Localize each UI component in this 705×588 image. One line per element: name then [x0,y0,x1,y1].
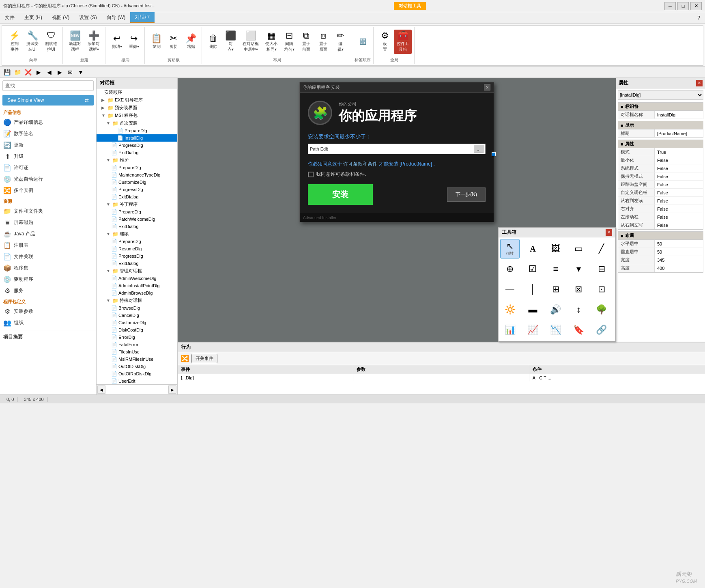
tree-node-fatal-error[interactable]: 📄 FatalError [97,341,177,348]
nav-license[interactable]: 📄 许可证 [0,162,96,173]
dialog-next-button[interactable]: 下一步(N) [447,187,486,202]
menu-item-settings[interactable]: 设置 (S) [74,12,101,23]
project-summary[interactable]: 项目摘要 [0,330,96,344]
same-size-button[interactable]: ▦ 使大小相同▾ [262,30,280,54]
redo-button[interactable]: ↪ 重做▾ [126,32,142,51]
dialog-path-edit[interactable]: Path Edit … [308,144,486,154]
nav-install-params[interactable]: ⚙ 安装参数 [0,306,96,317]
tree-node-customize2[interactable]: 📄 CustomizeDlg [97,319,177,326]
nav-file-assoc[interactable]: 📄 文件关联 [0,251,96,262]
menu-item-dialog[interactable]: 对话框 [130,12,155,23]
tree-node-admin-browse[interactable]: 📄 AdminBrowseDlg [97,289,177,297]
prop-left-scroll-value[interactable]: False [655,214,703,220]
tree-node-progress3[interactable]: 📄 ProgressDlg [97,252,177,260]
tree-node-install-dlg[interactable]: 📄 InstallDlg [97,134,177,142]
qa-forward-button[interactable]: ▶ [55,68,64,77]
toolbox-combo[interactable]: ▾ [569,259,588,279]
nav-java[interactable]: ☕ Java 产品 [0,228,96,239]
toolbox-vline[interactable]: │ [523,280,542,299]
search-input[interactable] [2,80,94,91]
tree-node-exe-guide[interactable]: ▶ 📁 EXE 引导程序 [97,96,177,104]
nav-files-folders[interactable]: 📁 文件和文件夹 [0,205,96,217]
prop-section-identifier-header[interactable]: ■ 标识符 [618,103,703,111]
toolbox-line[interactable]: ╱ [592,239,611,258]
tree-node-out-of-disk[interactable]: 📄 OutOfDiskDlg [97,363,177,370]
tree-node-disk-cost[interactable]: 📄 DiskCostDlg [97,326,177,334]
prop-track-disk-value[interactable]: False [655,181,703,188]
paste-button[interactable]: 📌 粘贴 [183,32,199,51]
toolbox-group2[interactable]: ⊠ [569,280,588,299]
test-install-button[interactable]: 🔧 测试安装UI [24,30,41,54]
tree-node-maintain[interactable]: ▼ 📁 维护 [97,156,177,164]
toolbox-sel-tree[interactable]: 🌳 [592,300,611,319]
nav-updates[interactable]: 🔄 更新 [0,139,96,151]
dialog-license-link[interactable]: 许可条款和条件 [343,161,378,167]
prop-height-value[interactable]: 400 [655,265,703,271]
tree-node-cancel-dlg[interactable]: 📄 CancelDlg [97,312,177,319]
toolbox-pointer[interactable]: ↖ 指针 [500,239,520,258]
toolbox-group1[interactable]: ⊞ [546,280,565,299]
toolbox-checkbox[interactable]: ☑ [523,259,542,279]
toolbox-tb5[interactable]: 🔗 [592,320,611,340]
copy-button[interactable]: 📋 复制 [148,32,165,51]
tree-node-customize1[interactable]: 📄 CustomizeDlg [97,179,177,186]
toolbox-close-button[interactable]: ✕ [606,229,612,236]
tree-node-exit2[interactable]: 📄 ExitDialog [97,193,177,200]
qa-back-button[interactable]: ◀ [45,68,54,77]
tree-node-exit4[interactable]: 📄 ExitDialog [97,260,177,267]
tree-node-files-in-use[interactable]: 📄 FilesInUse [97,348,177,355]
control-event-button[interactable]: ⚡ 控制事件 [6,30,23,54]
tree-scroll-right[interactable]: ▶ [168,386,176,394]
tree-node-prepare1[interactable]: 📄 PrepareDlg [97,127,177,134]
tree-node-error-dlg[interactable]: 📄 ErrorDlg [97,334,177,341]
toolbox-hline[interactable]: — [500,280,520,299]
tree-node-msi[interactable]: ▼ 📁 MSI 程序包 [97,112,177,119]
qa-run-button[interactable]: ▶ [34,68,43,77]
tree-scroll-left[interactable]: ◀ [97,386,105,394]
nav-multi-instance[interactable]: 🔀 多个实例 [0,185,96,196]
tree-node-install-order[interactable]: 安装顺序 [97,88,177,96]
tree-container[interactable]: 安装顺序 ▶ 📁 EXE 引导程序 ▶ 📁 预安装界面 ▼ [97,88,177,384]
menu-item-wizard[interactable]: 向导 (W) [102,12,131,23]
prop-title-value[interactable]: [ProductName] [655,130,703,137]
toolbox-listbox[interactable]: ≡ [546,259,565,279]
nav-upgrades[interactable]: ⬆ 升级 [0,151,96,162]
properties-dropdown[interactable]: [InstallDlg] [618,90,703,100]
menu-item-home[interactable]: 主页 (H) [19,12,47,23]
add-control-button[interactable]: ➕ 添加对话框▾ [85,30,103,54]
tree-node-resume[interactable]: 📄 ResumeDlg [97,245,177,252]
nav-registry[interactable]: 🖥 屏幕磁贴 [0,217,96,228]
nav-programs[interactable]: 📦 程序集 [0,262,96,274]
dialog-install-button[interactable]: 安装 [308,184,373,205]
toolbox-bitmap[interactable]: 🖼 [546,239,565,258]
nav-digital-sig[interactable]: 📝 数字签名 [0,128,96,139]
nav-product-details[interactable]: 🔵 产品详细信息 [0,116,96,128]
send-back-button[interactable]: ⧈ 置于后面 [315,30,331,54]
tree-node-preinstall[interactable]: ▶ 📁 预安装界面 [97,104,177,112]
qa-mail-button[interactable]: ✉ [66,68,75,77]
toolbox-tb1[interactable]: 📊 [500,320,520,340]
prop-section-display-header[interactable]: ■ 显示 [618,121,703,129]
tree-node-progress1[interactable]: 📄 ProgressDlg [97,142,177,149]
toolbox-tb4[interactable]: 🔖 [569,320,588,340]
prop-v-center-value[interactable]: 50 [655,249,703,255]
toolbox-icon-ctrl[interactable]: 🔆 [500,300,520,319]
restore-button[interactable]: □ [677,2,689,10]
simple-view-button[interactable]: See Simple View ⇄ [2,95,94,106]
tree-node-msirm-files[interactable]: 📄 MsiRMFilesInUse [97,355,177,363]
tree-node-admin-welcome[interactable]: 📄 AdminWelcomeDlg [97,275,177,282]
toolbox-rect[interactable]: ▭ [569,239,588,258]
toolbox-ribbon-button[interactable]: 🧰 控件工具箱 [394,30,412,54]
tree-node-user-exit[interactable]: 📄 UserExit [97,377,177,384]
tree-node-browse-dlg[interactable]: 📄 BrowseDlg [97,304,177,312]
tree-node-admin-install-point[interactable]: 📄 AdminInstallPointDlg [97,282,177,289]
center-dialog-button[interactable]: ⬜ 在对话框中居中▾ [240,30,262,54]
tree-node-exit1[interactable]: 📄 ExitDialog [97,149,177,156]
tree-node-admin-dlg[interactable]: ▼ 📁 管理对话框 [97,267,177,275]
qa-save-button[interactable]: 💾 [2,68,11,77]
prop-minimize-value[interactable]: False [655,157,703,164]
nav-services[interactable]: ⚙ 服务 [0,285,96,296]
prop-section-layout-header[interactable]: ■ 布局 [618,232,703,240]
toolbox-cursor[interactable]: ⊕ [500,259,520,279]
toolbox-progress[interactable]: ▬ [523,300,542,319]
